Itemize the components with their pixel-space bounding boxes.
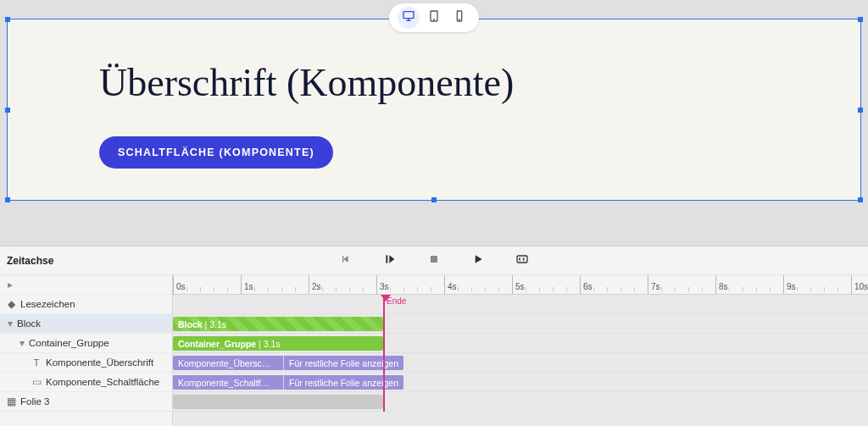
mobile-icon	[453, 9, 466, 26]
clip-button[interactable]: Komponente_Schaltf… Für restliche Folie …	[173, 375, 403, 390]
cc-icon	[515, 252, 529, 269]
tree-row-container-group[interactable]: ▾ Container_Gruppe	[0, 334, 172, 353]
tree-label: Komponente_Überschrift	[46, 357, 153, 368]
resize-handle-br[interactable]	[858, 197, 863, 202]
clip-block[interactable]: Block | 3.1s	[173, 317, 383, 331]
track-container[interactable]: Container_Gruppe | 3.1s	[173, 334, 868, 353]
clip-seg2: Für restliche Folie anzeigen	[289, 378, 398, 388]
chevron-right-icon: ▸	[5, 279, 15, 290]
ruler-tick: 8s	[715, 275, 728, 294]
tree-row-block[interactable]: ▾ Block	[0, 314, 172, 334]
clip-heading[interactable]: Komponente_Übersc… Für restliche Folie a…	[173, 356, 403, 370]
clip-slide[interactable]	[173, 395, 383, 409]
chevron-down-icon: ▾	[5, 318, 15, 329]
resize-handle-ml[interactable]	[5, 108, 10, 113]
timeline-title: Zeitachse	[7, 255, 53, 267]
diamond-icon: ◆	[5, 298, 17, 310]
tree-row-slide-3[interactable]: ▦ Folie 3	[0, 392, 172, 412]
device-toolbar	[389, 3, 479, 32]
tablet-icon	[427, 9, 441, 26]
step-back-button[interactable]	[338, 253, 353, 268]
ruler-tick: 1s	[241, 275, 253, 294]
clip-container[interactable]: Container_Gruppe | 3.1s	[173, 336, 383, 351]
resize-handle-bm[interactable]	[431, 197, 437, 202]
device-mobile-button[interactable]	[448, 7, 470, 29]
track-heading[interactable]: Komponente_Übersc… Für restliche Folie a…	[173, 353, 868, 373]
resize-handle-tl[interactable]	[5, 17, 10, 22]
ruler-tick: 2s	[309, 275, 321, 294]
tree-row-expander[interactable]: ▸	[0, 275, 172, 295]
tree-label: Lesezeichen	[20, 299, 75, 309]
tree-row-bookmarks[interactable]: ◆ Lesezeichen	[0, 295, 172, 314]
timeline-header: Zeitachse	[0, 246, 868, 275]
tree-label: Container_Gruppe	[29, 338, 109, 348]
text-icon: T	[31, 357, 42, 368]
track-bookmarks[interactable]: Ende	[173, 295, 868, 314]
stop-icon	[427, 252, 441, 269]
svg-rect-5	[386, 255, 387, 263]
transport-controls	[338, 253, 530, 268]
resize-handle-mr[interactable]	[858, 108, 863, 113]
play-icon	[471, 252, 485, 269]
clip-seg1: Komponente_Übersc…	[178, 358, 270, 368]
svg-point-2	[434, 19, 435, 20]
tree-label: Folie 3	[20, 396, 50, 407]
tree-row-comp-heading[interactable]: T Komponente_Überschrift	[0, 353, 172, 373]
svg-rect-6	[431, 256, 437, 263]
clip-label: Container_Gruppe	[178, 339, 256, 349]
device-tablet-button[interactable]	[423, 7, 445, 29]
tree-row-comp-button[interactable]: ▭ Komponente_Schaltfläche	[0, 373, 172, 392]
device-desktop-button[interactable]	[398, 7, 420, 29]
play-pause-icon	[383, 252, 397, 269]
playhead[interactable]	[383, 295, 385, 412]
desktop-icon	[402, 9, 415, 26]
clip-seg1: Komponente_Schaltf…	[178, 378, 270, 388]
resize-handle-tr[interactable]	[858, 17, 863, 22]
svg-rect-0	[403, 12, 414, 19]
clip-label: Block	[178, 319, 203, 329]
slide-icon: ▦	[5, 396, 17, 407]
ruler-tick: 5s	[512, 275, 525, 294]
timeline-panel: Zeitachse ▸ ◆ Lesezeichen ▾ Block ▾ Co	[0, 246, 868, 426]
ruler-tick: 3s	[376, 275, 389, 294]
play-pause-button[interactable]	[382, 253, 398, 268]
track-slide[interactable]	[173, 392, 868, 412]
ruler-tick: 10s	[851, 275, 868, 294]
tree-label: Komponente_Schaltfläche	[46, 377, 159, 387]
resize-handle-bl[interactable]	[5, 197, 10, 202]
ruler-tick: 6s	[580, 275, 593, 294]
tree-label: Block	[17, 318, 41, 329]
canvas-button-component[interactable]: SCHALTFLÄCHE (KOMPONENTE)	[99, 136, 333, 169]
timeline-tree: ▸ ◆ Lesezeichen ▾ Block ▾ Container_Grup…	[0, 275, 173, 426]
ruler-tick: 4s	[444, 275, 457, 294]
button-icon: ▭	[31, 376, 42, 388]
stage: Überschrift (Komponente) SCHALTFLÄCHE (K…	[0, 0, 868, 246]
canvas-selection-frame[interactable]: Überschrift (Komponente) SCHALTFLÄCHE (K…	[7, 19, 861, 201]
ruler-tick: 0s	[173, 275, 186, 294]
track-block[interactable]: Block | 3.1s	[173, 314, 868, 334]
track-button[interactable]: Komponente_Schaltf… Für restliche Folie …	[173, 373, 868, 392]
clip-seg2: Für restliche Folie anzeigen	[289, 358, 398, 368]
svg-point-4	[459, 19, 460, 20]
stop-button[interactable]	[426, 253, 442, 268]
step-back-icon	[339, 252, 353, 269]
timeline-ruler[interactable]: 0s1s2s3s4s5s6s7s8s9s10s	[173, 275, 868, 295]
canvas-button-label: SCHALTFLÄCHE (KOMPONENTE)	[99, 136, 333, 169]
timeline-body: ▸ ◆ Lesezeichen ▾ Block ▾ Container_Grup…	[0, 275, 868, 426]
ruler-tick: 9s	[783, 275, 796, 294]
timeline-track-area: 0s1s2s3s4s5s6s7s8s9s10s Ende Block | 3.1…	[173, 275, 868, 426]
captions-button[interactable]	[515, 253, 530, 268]
tracks: Ende Block | 3.1s Container_Gruppe | 3.1…	[173, 295, 868, 412]
ruler-tick: 7s	[648, 275, 660, 294]
play-button[interactable]	[470, 253, 486, 268]
clip-duration: | 3.1s	[259, 339, 281, 349]
canvas-heading-text[interactable]: Überschrift (Komponente)	[99, 60, 826, 105]
chevron-down-icon: ▾	[17, 337, 27, 349]
svg-rect-7	[517, 256, 527, 263]
clip-duration: | 3.1s	[205, 319, 227, 329]
